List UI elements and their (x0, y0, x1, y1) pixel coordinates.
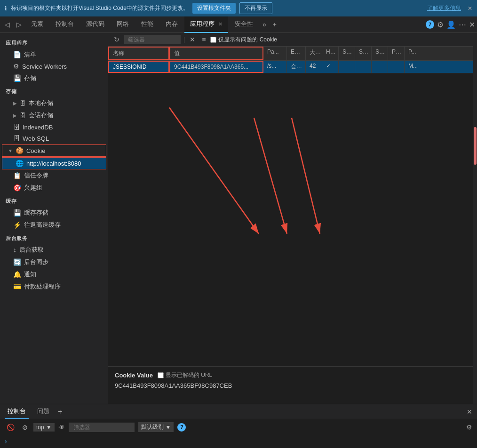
refresh-button[interactable]: ↻ (112, 35, 121, 44)
cell-expires: 会话 (287, 61, 306, 73)
col-header-expires: Ex... (287, 47, 306, 60)
tab-elements[interactable]: 元素 (25, 16, 49, 33)
sidebar-item-manifest[interactable]: 📄 清单 (0, 48, 108, 61)
sidebar: 应用程序 📄 清单 ⚙ Service Workers 💾 存储 存储 ▶ 🗄 … (0, 33, 108, 404)
main-area: 应用程序 📄 清单 ⚙ Service Workers 💾 存储 存储 ▶ 🗄 … (0, 33, 477, 404)
table-row[interactable]: JSESSIONID 9C441B493F8098A1AA365... /s..… (108, 61, 473, 73)
tab-security[interactable]: 安全性 (229, 16, 259, 33)
learn-more-link[interactable]: 了解更多信息 (427, 4, 461, 12)
cell-extra: M... (405, 61, 473, 73)
tab-more-icon[interactable]: » (260, 21, 269, 28)
console-prompt-row: › (0, 435, 477, 448)
top-dropdown-icon: ▼ (46, 424, 52, 431)
localhost-icon: 🌐 (16, 160, 24, 167)
sidebar-app-title: 应用程序 (0, 36, 108, 48)
cookie-table: 名称 值 Pa... Ex... 大小 Ht... Se... Sa... Sa… (108, 47, 473, 404)
cookie-toolbar: ↻ | ✕ ≡ 仅显示有问题的 Cookie (108, 33, 473, 47)
indexeddb-icon: 🗄 (13, 123, 20, 131)
tab-forward-icon[interactable]: ▷ (14, 21, 24, 28)
only-issues-checkbox[interactable] (210, 37, 216, 43)
cell-size: 42 (306, 61, 322, 73)
sidebar-item-bg-sync[interactable]: 🔄 后台同步 (0, 256, 108, 268)
console-bar: 控制台 问题 + ✕ (0, 404, 477, 419)
decode-url-text: 显示已解码的 URL (166, 371, 212, 379)
sidebar-item-localhost[interactable]: 🌐 http://localhost:8080 (2, 157, 106, 169)
cookie-value-title: Cookie Value (115, 372, 153, 379)
tab-application-close-icon[interactable]: ✕ (218, 21, 223, 27)
tab-network[interactable]: 网络 (111, 16, 135, 33)
tab-badge: 7 (426, 20, 434, 29)
console-input-row: 🚫 ⊘ top ▼ 👁 默认级别 ▼ 7 ⚙ (0, 419, 477, 435)
tab-console-bottom[interactable]: 控制台 (5, 404, 29, 419)
only-issues-label[interactable]: 仅显示有问题的 Cookie (210, 36, 277, 44)
bfcache-label: 往返高速缓存 (24, 221, 61, 229)
sidebar-item-trust-tokens[interactable]: 📋 信任令牌 (0, 169, 108, 182)
devtools-close-icon[interactable]: ✕ (469, 20, 475, 29)
console-close-icon[interactable]: ✕ (467, 408, 472, 416)
info-bar: ℹ 标识项目的根文件夹以打开Visual Studio Code中的源文件并同步… (0, 0, 477, 16)
col-header-samesite1: Sa... (355, 47, 372, 60)
sidebar-item-session-storage[interactable]: ▶ 🗄 会话存储 (0, 109, 108, 121)
tab-issues-bottom[interactable]: 问题 (34, 404, 52, 419)
sidebar-storage-title: 存储 (0, 84, 108, 97)
console-add-icon[interactable]: + (58, 408, 62, 416)
sidebar-item-bfcache[interactable]: ⚡ 往返高速缓存 (0, 219, 108, 231)
decode-url-label[interactable]: 显示已解码的 URL (158, 371, 212, 379)
tab-performance[interactable]: 性能 (135, 16, 159, 33)
sidebar-item-storage[interactable]: 💾 存储 (0, 72, 108, 84)
cell-samesite2 (372, 61, 388, 73)
cell-priority (388, 61, 405, 73)
websql-label: Web SQL (23, 135, 49, 142)
notifications-icon: 🔔 (13, 271, 21, 278)
storage-label: 存储 (24, 74, 36, 82)
tab-add-icon[interactable]: + (270, 21, 279, 28)
cookie-icon: 🍪 (16, 147, 24, 154)
col-header-value: 值 (169, 47, 263, 60)
scroll-thumb[interactable] (474, 127, 477, 165)
console-gear-icon[interactable]: ⚙ (466, 424, 472, 431)
col-header-domain: Pa... (263, 47, 287, 60)
top-selector[interactable]: top ▼ (33, 423, 55, 432)
level-selector[interactable]: 默认级别 ▼ (138, 422, 174, 432)
service-workers-icon: ⚙ (13, 63, 19, 70)
sidebar-item-bg-fetch[interactable]: ↕ 后台获取 (0, 244, 108, 256)
console-filter-input[interactable] (69, 423, 135, 432)
tab-back-icon[interactable]: ◁ (2, 21, 13, 28)
trust-tokens-label: 信任令牌 (24, 171, 48, 180)
tab-memory[interactable]: 内存 (160, 16, 183, 33)
filter-input[interactable] (124, 35, 181, 44)
tab-source[interactable]: 源代码 (80, 16, 110, 33)
tab-application[interactable]: 应用程序 ✕ (184, 16, 228, 33)
console-filter-button[interactable]: ⊘ (20, 423, 30, 432)
payment-handler-label: 付款处理程序 (24, 282, 61, 291)
decode-url-checkbox[interactable] (158, 372, 164, 378)
set-root-folder-button[interactable]: 设置根文件夹 (192, 3, 236, 14)
sidebar-item-notifications[interactable]: 🔔 通知 (0, 268, 108, 280)
console-badge: 7 (177, 423, 186, 432)
sidebar-item-websql[interactable]: 🗄 Web SQL (0, 133, 108, 144)
sidebar-item-payment-handler[interactable]: 💳 付款处理程序 (0, 280, 108, 293)
sidebar-item-interest-groups[interactable]: 🎯 兴趣组 (0, 182, 108, 194)
tab-console[interactable]: 控制台 (50, 16, 80, 33)
sidebar-item-cache-storage[interactable]: 💾 缓存存储 (0, 207, 108, 219)
delete-button[interactable]: ✕ (188, 35, 197, 44)
sidebar-item-service-workers[interactable]: ⚙ Service Workers (0, 61, 108, 72)
settings-button[interactable]: ≡ (200, 35, 207, 44)
profile-icon[interactable]: 👤 (446, 20, 456, 29)
more-dots-icon[interactable]: ⋯ (459, 20, 466, 29)
dont-show-button[interactable]: 不再显示 (239, 2, 272, 14)
sidebar-item-cookie[interactable]: ▼ 🍪 Cookie (2, 144, 106, 157)
infobar-close-icon[interactable]: ✕ (468, 5, 472, 12)
eye-button[interactable]: 👁 (58, 424, 65, 431)
info-icon: ℹ (5, 5, 7, 12)
scroll-track[interactable] (473, 33, 477, 404)
console-clear-button[interactable]: 🚫 (5, 423, 16, 432)
local-storage-label: 本地存储 (29, 99, 53, 107)
sidebar-item-local-storage[interactable]: ▶ 🗄 本地存储 (0, 97, 108, 109)
manifest-label: 清单 (24, 50, 36, 59)
sidebar-item-indexeddb[interactable]: 🗄 IndexedDB (0, 121, 108, 133)
sidebar-cache-title: 缓存 (0, 194, 108, 207)
bg-fetch-label: 后台获取 (19, 246, 44, 254)
settings-icon[interactable]: ⚙ (437, 20, 444, 29)
level-dropdown-icon: ▼ (166, 424, 171, 431)
